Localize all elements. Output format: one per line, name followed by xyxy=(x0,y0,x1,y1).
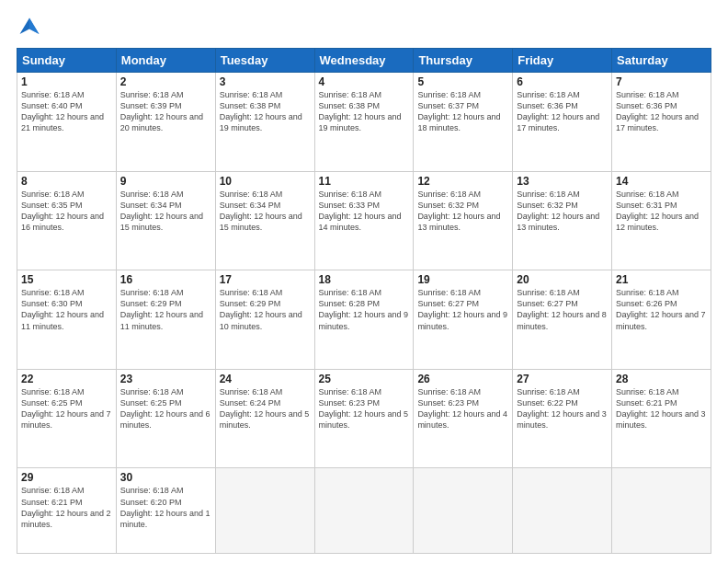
calendar-day-cell: 29Sunrise: 6:18 AMSunset: 6:21 PMDayligh… xyxy=(17,468,117,554)
day-info: Sunrise: 6:18 AMSunset: 6:27 PMDaylight:… xyxy=(517,287,608,332)
day-info: Sunrise: 6:18 AMSunset: 6:22 PMDaylight:… xyxy=(517,386,608,431)
day-number: 13 xyxy=(517,175,608,188)
calendar-day-cell: 8Sunrise: 6:18 AMSunset: 6:35 PMDaylight… xyxy=(17,171,117,270)
weekday-header: Sunday xyxy=(17,49,117,73)
day-info: Sunrise: 6:18 AMSunset: 6:37 PMDaylight:… xyxy=(417,89,508,134)
day-info: Sunrise: 6:18 AMSunset: 6:21 PMDaylight:… xyxy=(21,485,112,530)
day-number: 26 xyxy=(417,373,508,385)
logo-icon xyxy=(17,15,42,40)
day-number: 9 xyxy=(120,175,211,188)
calendar-day-cell xyxy=(513,468,612,554)
calendar-day-cell: 24Sunrise: 6:18 AMSunset: 6:24 PMDayligh… xyxy=(215,369,314,468)
calendar-day-cell xyxy=(215,468,314,554)
day-number: 30 xyxy=(120,471,211,484)
calendar-day-cell: 17Sunrise: 6:18 AMSunset: 6:29 PMDayligh… xyxy=(215,270,314,370)
day-number: 11 xyxy=(319,175,410,188)
calendar-week-row: 22Sunrise: 6:18 AMSunset: 6:25 PMDayligh… xyxy=(17,369,711,468)
day-number: 28 xyxy=(616,373,707,385)
weekday-header: Thursday xyxy=(414,49,513,73)
calendar-day-cell: 19Sunrise: 6:18 AMSunset: 6:27 PMDayligh… xyxy=(414,270,513,370)
day-number: 22 xyxy=(21,373,112,385)
day-number: 18 xyxy=(319,273,410,286)
day-info: Sunrise: 6:18 AMSunset: 6:31 PMDaylight:… xyxy=(616,189,707,234)
header xyxy=(17,15,711,40)
day-info: Sunrise: 6:18 AMSunset: 6:26 PMDaylight:… xyxy=(616,287,707,332)
calendar-day-cell: 30Sunrise: 6:18 AMSunset: 6:20 PMDayligh… xyxy=(116,468,215,554)
day-number: 29 xyxy=(21,471,112,484)
day-info: Sunrise: 6:18 AMSunset: 6:34 PMDaylight:… xyxy=(120,189,211,234)
calendar-week-row: 15Sunrise: 6:18 AMSunset: 6:30 PMDayligh… xyxy=(17,270,711,370)
day-number: 15 xyxy=(21,273,112,286)
calendar-week-row: 8Sunrise: 6:18 AMSunset: 6:35 PMDaylight… xyxy=(17,171,711,270)
calendar-day-cell: 1Sunrise: 6:18 AMSunset: 6:40 PMDaylight… xyxy=(17,73,117,172)
calendar-day-cell xyxy=(314,468,414,554)
calendar-day-cell: 3Sunrise: 6:18 AMSunset: 6:38 PMDaylight… xyxy=(215,73,314,172)
day-info: Sunrise: 6:18 AMSunset: 6:39 PMDaylight:… xyxy=(120,89,211,134)
weekday-header: Saturday xyxy=(612,49,711,73)
calendar-table: SundayMondayTuesdayWednesdayThursdayFrid… xyxy=(17,48,711,554)
day-info: Sunrise: 6:18 AMSunset: 6:28 PMDaylight:… xyxy=(319,287,410,332)
day-info: Sunrise: 6:18 AMSunset: 6:25 PMDaylight:… xyxy=(120,386,211,431)
day-number: 1 xyxy=(21,75,112,88)
calendar-day-cell: 6Sunrise: 6:18 AMSunset: 6:36 PMDaylight… xyxy=(513,73,612,172)
calendar-day-cell: 7Sunrise: 6:18 AMSunset: 6:36 PMDaylight… xyxy=(612,73,711,172)
calendar-day-cell: 20Sunrise: 6:18 AMSunset: 6:27 PMDayligh… xyxy=(513,270,612,370)
calendar-header-row: SundayMondayTuesdayWednesdayThursdayFrid… xyxy=(17,49,711,73)
day-info: Sunrise: 6:18 AMSunset: 6:25 PMDaylight:… xyxy=(21,386,112,431)
calendar-day-cell: 4Sunrise: 6:18 AMSunset: 6:38 PMDaylight… xyxy=(314,73,414,172)
day-info: Sunrise: 6:18 AMSunset: 6:36 PMDaylight:… xyxy=(616,89,707,134)
calendar-day-cell: 28Sunrise: 6:18 AMSunset: 6:21 PMDayligh… xyxy=(612,369,711,468)
calendar-day-cell: 25Sunrise: 6:18 AMSunset: 6:23 PMDayligh… xyxy=(314,369,414,468)
calendar-day-cell xyxy=(612,468,711,554)
day-info: Sunrise: 6:18 AMSunset: 6:36 PMDaylight:… xyxy=(517,89,608,134)
calendar-day-cell: 5Sunrise: 6:18 AMSunset: 6:37 PMDaylight… xyxy=(414,73,513,172)
calendar-day-cell: 11Sunrise: 6:18 AMSunset: 6:33 PMDayligh… xyxy=(314,171,414,270)
weekday-header: Wednesday xyxy=(314,49,414,73)
calendar-day-cell: 21Sunrise: 6:18 AMSunset: 6:26 PMDayligh… xyxy=(612,270,711,370)
calendar-day-cell: 12Sunrise: 6:18 AMSunset: 6:32 PMDayligh… xyxy=(414,171,513,270)
day-number: 20 xyxy=(517,273,608,286)
day-info: Sunrise: 6:18 AMSunset: 6:29 PMDaylight:… xyxy=(220,287,311,332)
day-number: 25 xyxy=(319,373,410,385)
day-info: Sunrise: 6:18 AMSunset: 6:32 PMDaylight:… xyxy=(417,189,508,234)
day-number: 10 xyxy=(220,175,311,188)
calendar-day-cell: 27Sunrise: 6:18 AMSunset: 6:22 PMDayligh… xyxy=(513,369,612,468)
day-number: 6 xyxy=(517,75,608,88)
day-number: 8 xyxy=(21,175,112,188)
day-info: Sunrise: 6:18 AMSunset: 6:34 PMDaylight:… xyxy=(220,189,311,234)
day-info: Sunrise: 6:18 AMSunset: 6:38 PMDaylight:… xyxy=(319,89,410,134)
day-number: 14 xyxy=(616,175,707,188)
day-number: 21 xyxy=(616,273,707,286)
day-number: 23 xyxy=(120,373,211,385)
calendar-day-cell: 18Sunrise: 6:18 AMSunset: 6:28 PMDayligh… xyxy=(314,270,414,370)
day-info: Sunrise: 6:18 AMSunset: 6:38 PMDaylight:… xyxy=(220,89,311,134)
day-number: 12 xyxy=(417,175,508,188)
day-info: Sunrise: 6:18 AMSunset: 6:32 PMDaylight:… xyxy=(517,189,608,234)
calendar-week-row: 1Sunrise: 6:18 AMSunset: 6:40 PMDaylight… xyxy=(17,73,711,172)
day-number: 7 xyxy=(616,75,707,88)
day-info: Sunrise: 6:18 AMSunset: 6:21 PMDaylight:… xyxy=(616,386,707,431)
day-number: 17 xyxy=(220,273,311,286)
calendar-day-cell xyxy=(414,468,513,554)
day-number: 4 xyxy=(319,75,410,88)
day-number: 16 xyxy=(120,273,211,286)
page: SundayMondayTuesdayWednesdayThursdayFrid… xyxy=(0,0,728,563)
day-number: 19 xyxy=(417,273,508,286)
day-number: 5 xyxy=(417,75,508,88)
svg-marker-1 xyxy=(29,18,40,35)
day-number: 27 xyxy=(517,373,608,385)
day-info: Sunrise: 6:18 AMSunset: 6:23 PMDaylight:… xyxy=(319,386,410,431)
calendar-day-cell: 22Sunrise: 6:18 AMSunset: 6:25 PMDayligh… xyxy=(17,369,117,468)
calendar-day-cell: 2Sunrise: 6:18 AMSunset: 6:39 PMDaylight… xyxy=(116,73,215,172)
day-info: Sunrise: 6:18 AMSunset: 6:29 PMDaylight:… xyxy=(120,287,211,332)
day-info: Sunrise: 6:18 AMSunset: 6:20 PMDaylight:… xyxy=(120,485,211,530)
day-info: Sunrise: 6:18 AMSunset: 6:27 PMDaylight:… xyxy=(417,287,508,332)
calendar-week-row: 29Sunrise: 6:18 AMSunset: 6:21 PMDayligh… xyxy=(17,468,711,554)
weekday-header: Monday xyxy=(116,49,215,73)
day-number: 24 xyxy=(220,373,311,385)
day-info: Sunrise: 6:18 AMSunset: 6:30 PMDaylight:… xyxy=(21,287,112,332)
calendar-day-cell: 26Sunrise: 6:18 AMSunset: 6:23 PMDayligh… xyxy=(414,369,513,468)
calendar-day-cell: 16Sunrise: 6:18 AMSunset: 6:29 PMDayligh… xyxy=(116,270,215,370)
day-number: 3 xyxy=(220,75,311,88)
calendar-day-cell: 23Sunrise: 6:18 AMSunset: 6:25 PMDayligh… xyxy=(116,369,215,468)
